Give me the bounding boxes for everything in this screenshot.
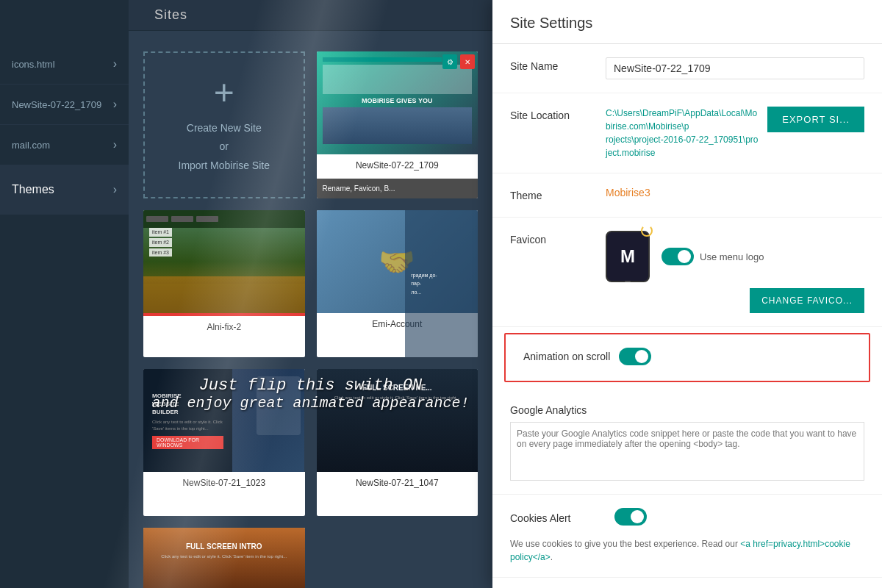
site-card-mobirise[interactable]: MOBIRISE GIVES YOU ⚙ ✕ Rename, Favicon, … bbox=[317, 51, 478, 198]
theme-name[interactable]: Mobirise3 bbox=[606, 187, 650, 198]
sidebar-item-newsite[interactable]: NewSite-07-22_1709 › bbox=[0, 85, 129, 125]
sidebar-item-mail[interactable]: mail.com › bbox=[0, 125, 129, 165]
google-analytics-label: Google Analytics bbox=[510, 401, 606, 416]
site-preview-fullscreen2: FULL SCREEN INTRO Click any text to edit… bbox=[143, 528, 305, 588]
sidebar: icons.html › NewSite-07-22_1709 › mail.c… bbox=[0, 0, 129, 588]
site-card-fullscreen1[interactable]: FULL SCREEN HE... Click any text to edit… bbox=[317, 369, 478, 516]
animation-label-text: Animation on scroll bbox=[523, 351, 610, 362]
site-name-row: Site Name bbox=[492, 44, 882, 93]
chevron-right-icon: › bbox=[113, 57, 117, 71]
site-location-label: Site Location bbox=[510, 107, 606, 121]
google-analytics-row: Google Analytics bbox=[492, 388, 882, 495]
card-label-fullscreen1: NewSite-07-21_1047 bbox=[317, 472, 478, 494]
use-menu-logo-label: Use menu logo bbox=[700, 251, 764, 262]
site-settings-panel: Site Settings Site Name Site Location C:… bbox=[492, 0, 882, 588]
site-location-value: C:\Users\DreamPiF\AppData\Local\Mobirise… bbox=[606, 107, 759, 159]
favicon-label: Favicon bbox=[510, 231, 606, 245]
chevron-right-icon: › bbox=[113, 138, 117, 151]
settings-header: Site Settings bbox=[492, 0, 882, 44]
cookies-toggle-slider bbox=[614, 508, 647, 526]
card-overlay-mobirise: Rename, Favicon, B... bbox=[317, 179, 478, 198]
card-label-alni: Alni-fix-2 bbox=[143, 316, 305, 338]
favicon-phone-wrapper: M bbox=[606, 231, 650, 282]
site-preview-handshake: 🤝 градим до- пар- ло... bbox=[317, 210, 478, 313]
site-card-fullscreen2[interactable]: FULL SCREEN INTRO Click any text to edit… bbox=[143, 528, 305, 588]
google-analytics-input[interactable] bbox=[510, 422, 864, 481]
sidebar-item-icons-label: icons.html bbox=[12, 59, 55, 70]
favicon-bottom: CHANGE FAVICO... bbox=[606, 288, 864, 313]
chevron-right-icon: › bbox=[113, 183, 117, 196]
animation-scroll-row: Animation on scroll bbox=[506, 334, 869, 381]
change-favicon-button[interactable]: CHANGE FAVICO... bbox=[750, 288, 864, 313]
create-site-label: Create New Site or Import Mobirise Site bbox=[179, 119, 270, 175]
site-name-value[interactable] bbox=[606, 57, 864, 79]
animation-row-wrapper: Animation on scroll bbox=[504, 333, 870, 382]
cookies-alert-text: We use cookies to give you the best expe… bbox=[510, 537, 864, 564]
theme-value: Mobirise3 bbox=[606, 187, 864, 198]
create-new-site-card[interactable]: + Create New Site or Import Mobirise Sit… bbox=[143, 51, 305, 198]
cookies-alert-toggle[interactable] bbox=[614, 508, 647, 526]
cookies-alert-row: Cookies Alert We use cookies to give you… bbox=[492, 495, 882, 578]
cookies-alert-label: Cookies Alert bbox=[510, 509, 606, 524]
use-menu-logo-toggle[interactable] bbox=[662, 248, 694, 265]
toggle-slider bbox=[662, 248, 694, 265]
export-site-button[interactable]: EXPORT SI... bbox=[767, 107, 864, 132]
left-panel: Sites icons.html › NewSite-07-22_1709 › … bbox=[0, 0, 492, 588]
sidebar-item-newsite-label: NewSite-07-22_1709 bbox=[12, 99, 101, 110]
before-body-row: Before body bbox=[492, 578, 882, 588]
site-name-label: Site Name bbox=[510, 57, 606, 72]
sidebar-item-themes-label: Themes bbox=[12, 183, 54, 196]
site-name-input[interactable] bbox=[606, 57, 864, 79]
sites-grid: + Create New Site or Import Mobirise Sit… bbox=[129, 37, 492, 588]
site-card-handshake[interactable]: 🤝 градим до- пар- ло... Emi-Account bbox=[317, 210, 478, 357]
cookies-alert-header: Cookies Alert bbox=[510, 508, 864, 526]
site-preview-alni: item #1 item #2 item #3 bbox=[143, 210, 305, 313]
animation-toggle-wrapper bbox=[619, 348, 851, 368]
animation-scroll-toggle[interactable] bbox=[619, 348, 651, 365]
chevron-right-icon: › bbox=[113, 98, 117, 111]
site-preview-builder: MOBIRISEWEBSITEBUILDER Click any text to… bbox=[143, 369, 305, 472]
favicon-letter: M bbox=[620, 246, 635, 267]
favicon-content: M Use menu logo bbox=[606, 231, 864, 313]
location-path: C:\Users\DreamPiF\AppData\Local\Mobirise… bbox=[606, 107, 759, 159]
site-location-row: Site Location C:\Users\DreamPiF\AppData\… bbox=[492, 93, 882, 173]
plus-icon: + bbox=[214, 75, 234, 110]
theme-row: Theme Mobirise3 bbox=[492, 173, 882, 218]
favicon-row: Favicon M bbox=[492, 218, 882, 327]
site-preview-mobirise: MOBIRISE GIVES YOU ⚙ ✕ bbox=[317, 51, 478, 154]
card-label-builder: NewSite-07-21_1023 bbox=[143, 472, 305, 494]
favicon-top: M Use menu logo bbox=[606, 231, 864, 282]
site-card-builder[interactable]: MOBIRISEWEBSITEBUILDER Click any text to… bbox=[143, 369, 305, 516]
cookie-policy-link[interactable]: <a href=privacy.html>cookie policy</a> bbox=[510, 539, 850, 562]
card-label-mobirise: NewSite-07-22_1709 bbox=[317, 154, 478, 176]
animation-scroll-label: Animation on scroll bbox=[523, 348, 619, 362]
settings-title: Site Settings bbox=[510, 15, 864, 32]
use-menu-logo-option: Use menu logo bbox=[662, 248, 764, 265]
rename-label: Rename, Favicon, B... bbox=[323, 184, 395, 193]
sidebar-item-icons[interactable]: icons.html › bbox=[0, 44, 129, 85]
settings-body: Site Name Site Location C:\Users\DreamPi… bbox=[492, 44, 882, 588]
favicon-loader bbox=[641, 225, 656, 240]
site-card-alni[interactable]: item #1 item #2 item #3 Alni-fix-2 bbox=[143, 210, 305, 357]
site-preview-fullscreen1: FULL SCREEN HE... Click any text to edit… bbox=[317, 369, 478, 472]
sidebar-item-mail-label: mail.com bbox=[12, 140, 50, 151]
animation-toggle-slider bbox=[619, 348, 651, 365]
sites-title: Sites bbox=[154, 7, 187, 22]
sidebar-item-themes[interactable]: Themes › bbox=[0, 165, 129, 215]
theme-label: Theme bbox=[510, 187, 606, 201]
